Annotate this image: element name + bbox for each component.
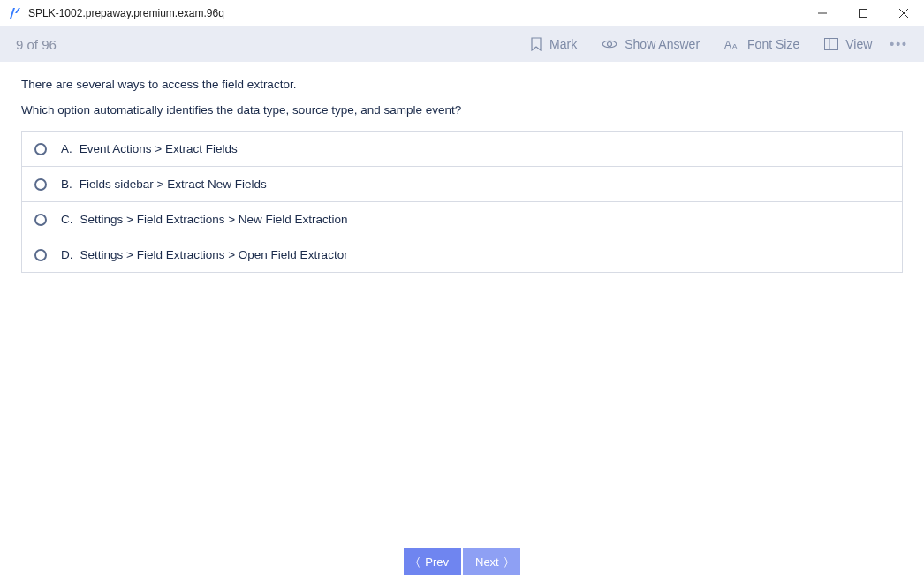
font-size-label: Font Size xyxy=(747,37,799,51)
radio-icon xyxy=(34,143,47,155)
radio-icon xyxy=(34,214,47,226)
option-c[interactable]: C. Settings > Field Extractions > New Fi… xyxy=(22,201,902,237)
font-size-button[interactable]: AA Font Size xyxy=(724,37,799,51)
show-answer-label: Show Answer xyxy=(625,37,700,51)
more-button[interactable]: ••• xyxy=(890,37,908,51)
prev-button[interactable]: 〈 Prev xyxy=(404,548,461,575)
font-size-icon: AA xyxy=(724,38,740,50)
chevron-left-icon: 〈 xyxy=(416,555,420,568)
option-letter: C. xyxy=(61,213,73,226)
svg-text:A: A xyxy=(732,42,738,50)
option-letter: B. xyxy=(61,177,72,191)
option-text: Fields sidebar > Extract New Fields xyxy=(80,177,267,191)
show-answer-button[interactable]: Show Answer xyxy=(602,37,700,51)
bookmark-icon xyxy=(530,37,542,51)
mark-label: Mark xyxy=(549,37,577,51)
option-text: Settings > Field Extractions > New Field… xyxy=(80,213,348,226)
layout-icon xyxy=(824,38,838,50)
chevron-right-icon: 〉 xyxy=(504,555,508,568)
option-text: Settings > Field Extractions > Open Fiel… xyxy=(80,248,348,261)
window-titlebar: SPLK-1002.prepaway.premium.exam.96q xyxy=(0,0,924,26)
svg-point-4 xyxy=(608,42,612,47)
view-label: View xyxy=(845,37,872,51)
option-letter: D. xyxy=(61,248,73,261)
next-label: Next xyxy=(475,555,499,569)
mark-button[interactable]: Mark xyxy=(530,37,577,51)
svg-rect-7 xyxy=(825,39,838,50)
eye-icon xyxy=(602,38,617,50)
window-maximize-button[interactable] xyxy=(843,0,883,26)
svg-text:A: A xyxy=(724,39,731,50)
options-list: A. Event Actions > Extract Fields B. Fie… xyxy=(21,131,903,273)
window-minimize-button[interactable] xyxy=(802,0,843,26)
question-line2: Which option automatically identifies th… xyxy=(21,103,903,117)
option-text: Event Actions > Extract Fields xyxy=(80,142,238,155)
window-close-button[interactable] xyxy=(883,0,924,26)
question-content: There are several ways to access the fie… xyxy=(0,62,924,544)
svg-rect-1 xyxy=(860,10,867,18)
prev-label: Prev xyxy=(425,555,449,569)
option-letter: A. xyxy=(61,142,72,155)
option-a[interactable]: A. Event Actions > Extract Fields xyxy=(22,132,902,166)
question-line1: There are several ways to access the fie… xyxy=(21,78,903,91)
window-title: SPLK-1002.prepaway.premium.exam.96q xyxy=(28,7,224,19)
radio-icon xyxy=(34,249,47,261)
question-counter: 9 of 96 xyxy=(16,37,57,52)
toolbar: 9 of 96 Mark Show Answer AA Font Size Vi… xyxy=(0,26,924,62)
radio-icon xyxy=(34,178,47,191)
app-icon xyxy=(7,6,21,20)
next-button[interactable]: Next 〉 xyxy=(463,548,520,575)
view-button[interactable]: View xyxy=(824,37,872,51)
footer-nav: 〈 Prev Next 〉 xyxy=(0,544,924,588)
option-b[interactable]: B. Fields sidebar > Extract New Fields xyxy=(22,166,902,201)
option-d[interactable]: D. Settings > Field Extractions > Open F… xyxy=(22,237,902,272)
